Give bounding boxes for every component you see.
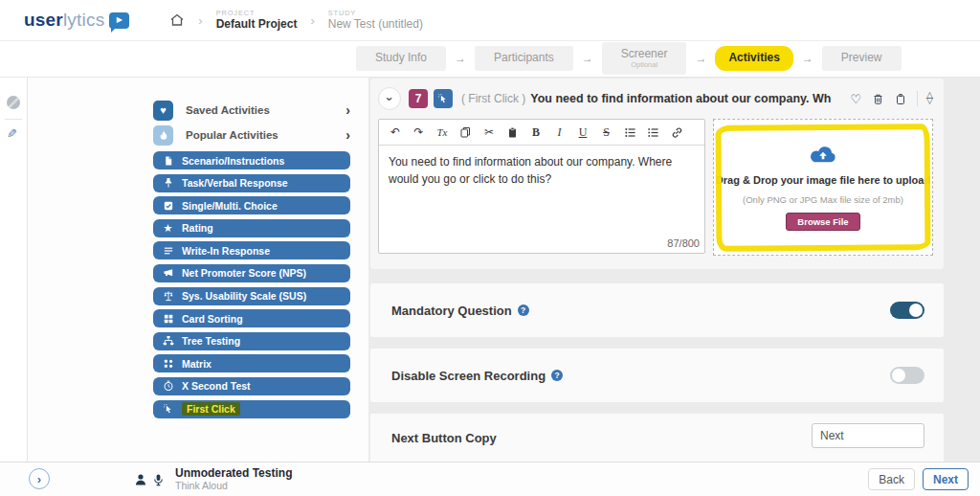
question-card: › 7 ( First Click ) You need to find inf…	[370, 79, 944, 269]
flame-icon	[153, 125, 173, 146]
mandatory-question-toggle[interactable]	[890, 302, 924, 319]
upload-title: Drag & Drop your image file here to uplo…	[716, 174, 930, 186]
back-button[interactable]: Back	[868, 468, 915, 490]
copy-icon[interactable]	[458, 126, 474, 139]
tree-hierarchy-icon	[161, 335, 175, 347]
bold-icon[interactable]: B	[528, 125, 544, 140]
cut-scissors-icon[interactable]: ✂	[481, 125, 497, 139]
question-type-label: ( First Click )	[461, 92, 525, 105]
activity-task-verbal-response[interactable]: Task/Verbal Response	[153, 174, 350, 192]
step-screener-sublabel: Optional	[631, 61, 657, 69]
chevron-right-icon: ›	[345, 102, 350, 118]
logo-bubble-icon: ▶	[109, 12, 129, 29]
expand-panel-chevron-button[interactable]: ›	[29, 468, 50, 489]
cursor-click-icon	[161, 403, 175, 415]
underline-icon[interactable]: U	[575, 125, 590, 140]
activity-card-sorting[interactable]: Card Sorting	[153, 309, 350, 327]
next-button[interactable]: Next	[923, 468, 969, 490]
activities-sidebar: ♥ Saved Activities › Popular Activities …	[28, 77, 368, 462]
logo-text-lytics: lytics	[63, 10, 104, 31]
redo-icon[interactable]: ↷	[412, 125, 427, 139]
disable-screen-recording-label: Disable Screen Recording	[391, 369, 546, 383]
stopwatch-icon	[161, 380, 175, 392]
disable-screen-recording-card: Disable Screen Recording ?	[370, 349, 944, 402]
upload-hint: (Only PNG or JPG Max file size of 2mb)	[743, 194, 903, 205]
test-type-label: Unmoderated Testing	[175, 466, 292, 480]
activity-net-promoter-score[interactable]: Net Promoter Score (NPS)	[153, 264, 350, 282]
question-number-badge: 7	[409, 89, 428, 108]
question-text-editor: ↶ ↷ Tx ✂ B I U S	[378, 119, 705, 254]
main-panel: › 7 ( First Click ) You need to find inf…	[368, 77, 980, 462]
first-click-type-icon	[434, 89, 453, 108]
rail-divider	[5, 119, 22, 120]
text-lines-icon	[161, 245, 175, 257]
step-arrow-icon: →	[582, 52, 593, 65]
activity-sys-usability-scale[interactable]: Sys. Usability Scale (SUS)	[153, 287, 350, 305]
activity-tree-testing[interactable]: Tree Testing	[153, 332, 350, 350]
step-participants[interactable]: Participants	[475, 46, 573, 70]
activity-write-in-response[interactable]: Write-In Response	[153, 241, 350, 259]
activity-single-multi-choice[interactable]: Single/Multi. Choice	[153, 196, 350, 214]
question-header: › 7 ( First Click ) You need to find inf…	[378, 86, 933, 111]
breadcrumb-project[interactable]: PROJECT Default Project	[216, 9, 298, 32]
activity-first-click[interactable]: First Click	[153, 400, 350, 418]
browse-file-button[interactable]: Browse File	[786, 213, 859, 231]
breadcrumb-study[interactable]: STUDY New Test (untitled)	[328, 9, 423, 32]
strikethrough-icon[interactable]: S	[599, 125, 614, 140]
paste-clipboard-icon[interactable]	[505, 126, 521, 139]
person-icon	[134, 473, 147, 486]
help-question-icon[interactable]: ?	[551, 370, 563, 381]
app-root: userlytics ▶ › PROJECT Default Project ›…	[0, 0, 980, 496]
popular-activities-row[interactable]: Popular Activities ›	[153, 124, 350, 147]
edit-pencil-icon[interactable]: ✎	[7, 126, 17, 141]
link-icon[interactable]	[669, 126, 684, 139]
activity-rating[interactable]: ★ Rating	[153, 219, 350, 237]
undo-icon[interactable]: ↶	[388, 125, 403, 139]
step-screener[interactable]: Screener Optional	[602, 42, 687, 75]
mandatory-question-card: Mandatory Question ?	[370, 283, 944, 337]
question-text-input[interactable]: You need to find information about our c…	[379, 146, 704, 253]
character-counter: 87/800	[667, 236, 700, 252]
next-button-copy-card: Next Button Copy	[370, 414, 944, 462]
megaphone-icon	[161, 267, 175, 279]
editor-toolbar: ↶ ↷ Tx ✂ B I U S	[379, 120, 704, 146]
step-study-info[interactable]: Study Info	[356, 46, 446, 70]
breadcrumb-chevron-icon: ›	[310, 13, 314, 28]
test-mode-label: Think Aloud	[175, 480, 292, 492]
next-button-copy-input[interactable]	[812, 423, 924, 448]
next-button-copy-label: Next Button Copy	[391, 431, 497, 445]
grid-icon	[161, 313, 175, 325]
heart-icon: ♥	[153, 101, 173, 121]
activity-type-list: Scenario/Instructions Task/Verbal Respon…	[153, 151, 350, 418]
activity-scenario-instructions[interactable]: Scenario/Instructions	[153, 151, 350, 169]
help-question-icon[interactable]: ?	[518, 304, 529, 316]
activity-matrix[interactable]: Matrix	[153, 354, 350, 372]
mandatory-question-label: Mandatory Question	[391, 304, 512, 318]
disable-screen-recording-toggle[interactable]	[890, 367, 924, 384]
chevron-right-icon: ›	[345, 127, 350, 143]
balance-scale-icon	[161, 290, 175, 302]
breadcrumb-chevron-icon: ›	[198, 13, 202, 28]
bullet-list-icon[interactable]	[622, 126, 637, 139]
bottom-bar: › Unmoderated Testing Think Aloud Back N…	[0, 462, 980, 496]
saved-activities-row[interactable]: ♥ Saved Activities ›	[153, 99, 350, 122]
favorite-heart-icon[interactable]: ♡	[850, 92, 861, 106]
collapse-chevron-button[interactable]: ›	[378, 87, 401, 110]
home-icon[interactable]	[169, 12, 185, 28]
ordered-list-icon[interactable]	[646, 126, 661, 139]
icon-divider	[917, 91, 918, 106]
step-arrow-icon: →	[455, 52, 466, 65]
delete-trash-icon[interactable]	[872, 93, 884, 105]
reorder-up-down-icon[interactable]: △▽	[926, 93, 933, 103]
drag-drop-zone[interactable]: Drag & Drop your image file here to uplo…	[713, 119, 933, 256]
breadcrumb: › PROJECT Default Project › STUDY New Te…	[169, 9, 423, 32]
clear-format-icon[interactable]: Tx	[434, 126, 450, 138]
star-icon: ★	[161, 223, 175, 234]
activity-x-second-test[interactable]: X Second Test	[153, 377, 350, 395]
italic-icon[interactable]: I	[552, 125, 568, 140]
step-preview[interactable]: Preview	[822, 46, 902, 70]
duplicate-icon[interactable]	[895, 93, 907, 105]
userlytics-logo[interactable]: userlytics ▶	[24, 10, 129, 31]
test-mode-icons	[134, 473, 169, 486]
step-activities-active[interactable]: Activities	[715, 46, 792, 70]
